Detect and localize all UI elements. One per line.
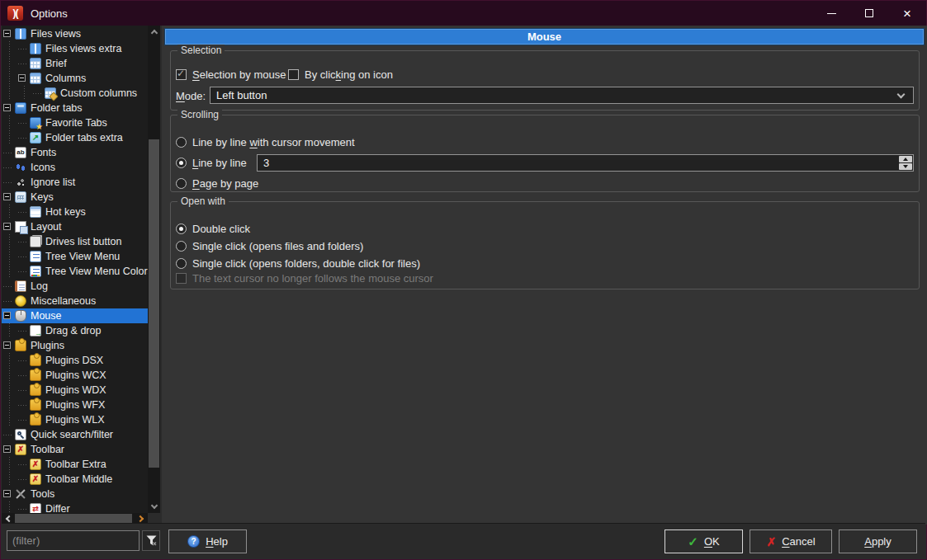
tree-guide bbox=[3, 472, 18, 487]
filter-input[interactable]: (filter) bbox=[7, 530, 140, 551]
tree-connector bbox=[18, 457, 30, 472]
tree-item-label: Toolbar Extra bbox=[45, 459, 106, 470]
vertical-scroll-thumb[interactable] bbox=[149, 139, 159, 468]
collapse-minus-icon[interactable] bbox=[3, 490, 11, 497]
tree-guide bbox=[3, 412, 18, 427]
tree-item-columns[interactable]: Columns bbox=[2, 71, 148, 86]
tree-item-tree-view-menu[interactable]: Tree View Menu bbox=[2, 249, 148, 264]
tree-item-tree-view-menu-colors[interactable]: Tree View Menu Colors bbox=[2, 264, 148, 279]
tree-item-keys[interactable]: Keys bbox=[2, 190, 148, 205]
tree-item-hot-keys[interactable]: Hot keys bbox=[2, 205, 148, 219]
expander-slot[interactable] bbox=[18, 71, 30, 86]
expander-slot[interactable] bbox=[3, 338, 15, 353]
hotkeys-icon bbox=[30, 206, 41, 218]
help-label: Help bbox=[206, 535, 228, 548]
expander-slot[interactable] bbox=[3, 101, 15, 115]
tree-item-plugins[interactable]: Plugins bbox=[2, 338, 148, 353]
page-by-page-radio[interactable]: Page by page bbox=[176, 176, 258, 191]
tree-item-files-views[interactable]: Files views bbox=[2, 26, 148, 41]
help-button[interactable]: ? Help bbox=[168, 529, 247, 553]
scroll-down-button[interactable] bbox=[148, 501, 160, 513]
expander-slot[interactable] bbox=[3, 26, 15, 41]
apply-button[interactable]: Apply bbox=[839, 529, 917, 553]
line-by-line-cursor-radio[interactable]: Line by line with cursor movement bbox=[176, 134, 355, 149]
tree-item-toolbar-extra[interactable]: Toolbar Extra bbox=[2, 457, 148, 472]
log-icon bbox=[15, 280, 26, 292]
by-clicking-on-icon-checkbox[interactable]: By clicking on icon bbox=[288, 67, 393, 82]
tree-connector bbox=[18, 205, 30, 219]
tree-item-label: Mouse bbox=[31, 310, 62, 322]
bottom-bar: (filter) ? Help ✓ OK ✗ Cancel Apply bbox=[2, 523, 925, 558]
collapse-minus-icon[interactable] bbox=[3, 104, 11, 111]
tree-item-layout[interactable]: Layout bbox=[2, 219, 148, 234]
maximize-button[interactable] bbox=[850, 1, 888, 26]
tree-item-label: Tree View Menu Colors bbox=[45, 266, 148, 277]
double-click-radio[interactable]: Double click bbox=[176, 221, 250, 236]
tree-item-drives-list-button[interactable]: Drives list button bbox=[2, 234, 148, 249]
radio-icon bbox=[176, 137, 187, 148]
options-tree: Files viewsFiles views extraBriefColumns… bbox=[2, 26, 148, 513]
collapse-minus-icon[interactable] bbox=[3, 223, 11, 230]
lines-count-spinedit[interactable]: 3 bbox=[257, 154, 914, 172]
tree-item-plugins-dsx[interactable]: Plugins DSX bbox=[2, 353, 148, 368]
collapse-minus-icon[interactable] bbox=[3, 312, 11, 319]
tree-item-label: Plugins bbox=[31, 340, 64, 351]
misc-icon bbox=[15, 295, 26, 307]
expander-slot[interactable] bbox=[3, 308, 15, 323]
tree-vertical-scrollbar[interactable] bbox=[148, 26, 160, 513]
collapse-minus-icon[interactable] bbox=[3, 193, 11, 200]
ok-button[interactable]: ✓ OK bbox=[665, 529, 743, 553]
expander-slot[interactable] bbox=[3, 487, 15, 501]
collapse-minus-icon[interactable] bbox=[3, 30, 11, 37]
tree-item-plugins-wcx[interactable]: Plugins WCX bbox=[2, 368, 148, 383]
tree-item-plugins-wlx[interactable]: Plugins WLX bbox=[2, 412, 148, 427]
tree-item-plugins-wdx[interactable]: Plugins WDX bbox=[2, 383, 148, 398]
tree-item-custom-columns[interactable]: Custom columns bbox=[2, 86, 148, 101]
cancel-button[interactable]: ✗ Cancel bbox=[750, 529, 832, 553]
expander-slot[interactable] bbox=[3, 190, 15, 205]
selection-by-mouse-checkbox[interactable]: Selection by mouse bbox=[176, 67, 286, 82]
tree-connector bbox=[18, 472, 30, 487]
minimize-button[interactable] bbox=[812, 1, 850, 26]
tree-connector bbox=[18, 234, 30, 249]
single-click-all-radio[interactable]: Single click (opens files and folders) bbox=[176, 238, 363, 253]
tree-item-label: Plugins WFX bbox=[45, 399, 105, 411]
tree-item-plugins-wfx[interactable]: Plugins WFX bbox=[2, 398, 148, 412]
tree-item-log[interactable]: Log bbox=[2, 279, 148, 294]
tree-item-label: Files views extra bbox=[45, 43, 121, 54]
tree-item-label: Tools bbox=[31, 488, 54, 500]
tree-item-drag-drop[interactable]: Drag & drop bbox=[2, 323, 148, 338]
tree-item-icons[interactable]: Icons bbox=[2, 160, 148, 175]
close-button[interactable]: × bbox=[888, 1, 926, 26]
tree-item-files-views-extra[interactable]: Files views extra bbox=[2, 41, 148, 56]
tree-item-brief[interactable]: Brief bbox=[2, 56, 148, 71]
spin-down-button[interactable] bbox=[899, 163, 912, 170]
tree-item-mouse[interactable]: Mouse bbox=[2, 308, 148, 323]
line-by-line-radio[interactable]: Line by line bbox=[176, 155, 247, 170]
filter-button[interactable] bbox=[142, 530, 160, 551]
tree-item-ignore-list[interactable]: Ignore list bbox=[2, 175, 148, 190]
tree-item-miscellaneous[interactable]: Miscellaneous bbox=[2, 294, 148, 308]
ftabs-extra-icon bbox=[30, 132, 41, 144]
tree-item-folder-tabs-extra[interactable]: Folder tabs extra bbox=[2, 130, 148, 145]
tree-connector bbox=[18, 398, 30, 412]
collapse-minus-icon[interactable] bbox=[3, 341, 11, 349]
tree-item-folder-tabs[interactable]: Folder tabs bbox=[2, 101, 148, 115]
single-click-folders-radio[interactable]: Single click (opens folders, double clic… bbox=[176, 256, 420, 271]
tree-guide bbox=[3, 398, 18, 412]
tree-item-tools[interactable]: Tools bbox=[2, 487, 148, 501]
tree-guide bbox=[3, 115, 18, 130]
tree-item-quick-search-filter[interactable]: Quick search/filter bbox=[2, 427, 148, 442]
mode-combobox[interactable]: Left button bbox=[210, 87, 914, 104]
tree-item-favorite-tabs[interactable]: Favorite Tabs bbox=[2, 115, 148, 130]
expander-slot[interactable] bbox=[3, 442, 15, 457]
expander-slot[interactable] bbox=[3, 219, 15, 234]
tree-item-toolbar-middle[interactable]: Toolbar Middle bbox=[2, 472, 148, 487]
tree-item-fonts[interactable]: Fonts bbox=[2, 145, 148, 160]
collapse-minus-icon[interactable] bbox=[18, 74, 26, 82]
tree-item-toolbar[interactable]: Toolbar bbox=[2, 442, 148, 457]
scroll-up-button[interactable] bbox=[148, 26, 160, 38]
collapse-minus-icon[interactable] bbox=[3, 445, 11, 453]
tree-item-differ[interactable]: Differ bbox=[2, 501, 148, 513]
spin-up-button[interactable] bbox=[899, 156, 912, 162]
